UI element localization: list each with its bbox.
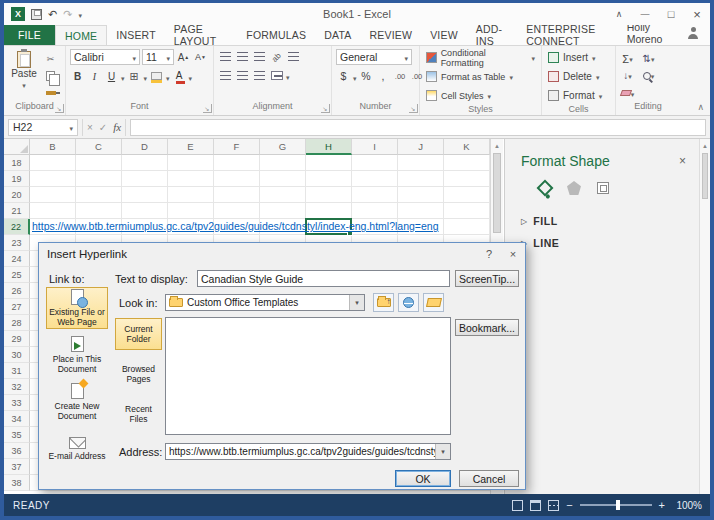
maximize-button[interactable] [658,4,684,24]
browse-the-web-button[interactable] [398,293,419,312]
number-format-combo[interactable]: General [336,49,412,65]
effects-tab-icon[interactable] [567,181,581,195]
decrease-font-size-button[interactable] [193,50,208,65]
dialog-help-icon[interactable]: ? [477,244,501,264]
save-icon[interactable] [31,9,42,20]
section-line[interactable]: LINE [521,237,710,249]
tab-home[interactable]: HOME [55,25,107,45]
pane-scroll-up-icon[interactable] [700,139,710,152]
italic-button[interactable]: I [87,69,102,84]
clear-button[interactable] [620,86,635,101]
format-as-table-button[interactable]: Format as Table [424,68,537,85]
page-break-view-icon[interactable] [548,500,559,511]
bottom-align-button[interactable] [252,49,267,64]
tab-data[interactable]: DATA [315,25,360,45]
cancel-entry-icon[interactable]: × [87,122,93,133]
grid-scrollbar-thumb[interactable] [493,153,501,233]
merge-center-button[interactable] [269,68,284,83]
fill-line-tab-icon[interactable] [537,180,554,197]
cancel-button[interactable]: Cancel [459,470,519,487]
pane-scrollbar-thumb[interactable] [702,153,708,199]
paste-button[interactable]: Paste [8,49,40,101]
zoom-in-button[interactable]: + [659,499,665,511]
conditional-formatting-button[interactable]: Conditional Formatting [424,49,537,66]
pane-vertical-scrollbar[interactable] [699,139,710,494]
accounting-format-button[interactable]: $ [336,69,351,84]
name-box[interactable]: H22 [8,119,78,136]
delete-cells-button[interactable]: Delete [546,68,611,85]
comma-style-button[interactable]: , [376,69,391,84]
minimize-button[interactable] [632,4,658,24]
redo-icon[interactable] [63,8,72,21]
link-to-existing-file-or-web-page[interactable]: Existing File or Web Page [46,287,108,329]
link-to-e-mail-address[interactable]: E-mail Address [46,428,108,470]
middle-align-button[interactable] [235,49,250,64]
dialog-titlebar[interactable]: Insert Hyperlink ? × [39,243,525,265]
insert-function-icon[interactable]: fx [113,121,121,133]
align-right-button[interactable] [252,68,267,83]
font-color-dropdown-icon[interactable] [189,67,193,85]
undo-icon[interactable] [48,8,57,21]
font-name-combo[interactable]: Calibri [70,49,140,65]
up-one-folder-button[interactable] [373,293,394,312]
ok-button[interactable]: OK [395,470,451,487]
underline-button[interactable]: U [104,69,119,84]
normal-view-icon[interactable] [512,500,523,511]
screentip-button[interactable]: ScreenTip... [455,270,519,287]
font-color-button[interactable]: A [172,69,187,84]
tab-review[interactable]: REVIEW [361,25,422,45]
file-list-box[interactable] [165,317,451,435]
find-select-button[interactable] [641,68,656,83]
link-to-create-new-document[interactable]: Create New Document [46,381,108,423]
format-cells-button[interactable]: Format [546,87,611,104]
link-to-place-in-this-document[interactable]: Place in This Document [46,334,108,376]
current-folder-button[interactable]: Current Folder [115,318,162,350]
fill-color-dropdown-icon[interactable] [166,67,170,85]
tab-insert[interactable]: INSERT [107,25,165,45]
tab-add-ins[interactable]: ADD-INS [467,25,517,45]
tab-page-layout[interactable]: PAGE LAYOUT [165,25,237,45]
sort-filter-button[interactable] [641,51,656,66]
hyperlink-cell-text[interactable]: https://www.btb.termiumplus.gc.ca/tpv2gu… [32,220,439,232]
accounting-dropdown-icon[interactable] [353,67,357,85]
collapse-ribbon-icon[interactable] [697,102,704,112]
tab-enterprise-connect[interactable]: ENTERPRISE CONNECT [517,25,626,45]
wrap-text-button[interactable] [286,49,301,64]
top-align-button[interactable] [218,49,233,64]
bookmark-button[interactable]: Bookmark... [455,319,519,336]
font-dialog-launcher[interactable] [203,104,212,113]
tab-view[interactable]: VIEW [421,25,467,45]
browse-for-file-button[interactable] [423,293,444,312]
zoom-out-button[interactable]: − [566,499,572,511]
formula-input[interactable] [130,119,706,136]
percent-style-button[interactable]: % [359,69,374,84]
cell-styles-button[interactable]: Cell Styles [424,87,537,104]
merge-center-dropdown-icon[interactable] [286,66,290,84]
font-size-combo[interactable]: 11 [142,49,174,65]
fill-color-button[interactable] [149,69,164,84]
orientation-button[interactable] [269,49,284,64]
clipboard-dialog-launcher[interactable] [55,104,64,113]
recent-files-button[interactable]: Recent Files [115,398,162,430]
address-combo[interactable]: https://www.btb.termiumplus.gc.ca/tpv2gu… [165,443,451,460]
zoom-level[interactable]: 100% [672,500,702,511]
borders-button[interactable] [127,69,142,84]
size-properties-tab-icon[interactable] [597,182,609,194]
zoom-slider[interactable] [580,504,652,506]
tab-formulas[interactable]: FORMULAS [237,25,315,45]
look-in-dropdown-icon[interactable] [349,295,364,310]
align-left-button[interactable] [218,68,233,83]
zoom-slider-handle[interactable] [616,500,620,510]
alignment-dialog-launcher[interactable] [321,104,330,113]
scroll-up-icon[interactable] [491,139,503,152]
underline-dropdown-icon[interactable] [121,67,125,85]
fill-button[interactable] [620,68,635,83]
bold-button[interactable]: B [70,69,85,84]
cut-button[interactable] [43,51,58,66]
page-layout-view-icon[interactable] [530,500,541,511]
section-fill[interactable]: FILL [521,215,710,227]
borders-dropdown-icon[interactable] [144,67,148,85]
close-button[interactable] [684,4,710,24]
look-in-combo[interactable]: Custom Office Templates [165,294,365,311]
pane-close-icon[interactable]: × [679,154,686,168]
